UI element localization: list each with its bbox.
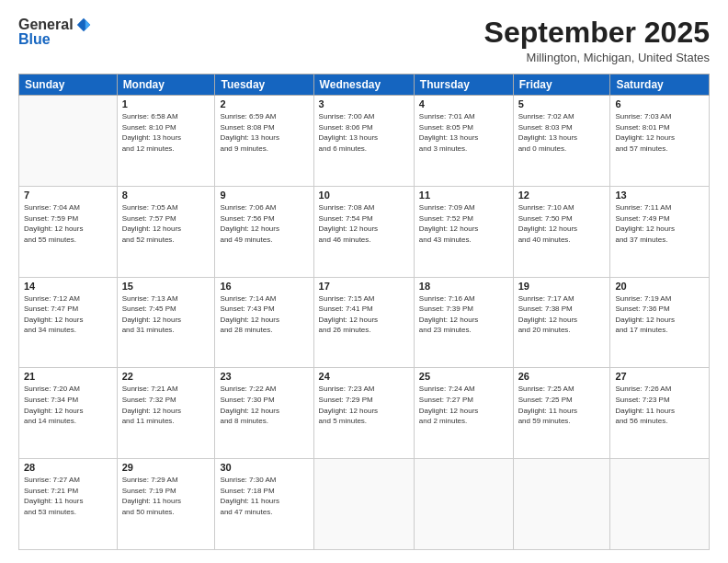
day-number: 11 [419, 190, 508, 201]
logo-icon [75, 17, 92, 33]
weekday-header-friday: Friday [513, 75, 610, 96]
day-info: Sunrise: 7:14 AM Sunset: 7:43 PM Dayligh… [220, 293, 308, 336]
calendar-cell: 15Sunrise: 7:13 AM Sunset: 7:45 PM Dayli… [117, 277, 215, 368]
day-info: Sunrise: 7:02 AM Sunset: 8:03 PM Dayligh… [518, 111, 606, 154]
calendar-cell: 8Sunrise: 7:05 AM Sunset: 7:57 PM Daylig… [117, 186, 215, 277]
weekday-header-sunday: Sunday [19, 75, 118, 96]
calendar-cell: 14Sunrise: 7:12 AM Sunset: 7:47 PM Dayli… [19, 277, 118, 368]
calendar-cell: 17Sunrise: 7:15 AM Sunset: 7:41 PM Dayli… [313, 277, 414, 368]
day-info: Sunrise: 7:13 AM Sunset: 7:45 PM Dayligh… [122, 293, 210, 336]
day-number: 8 [122, 190, 210, 201]
day-info: Sunrise: 7:23 AM Sunset: 7:29 PM Dayligh… [319, 384, 409, 426]
week-row-4: 21Sunrise: 7:20 AM Sunset: 7:34 PM Dayli… [19, 368, 710, 459]
calendar-cell: 4Sunrise: 7:01 AM Sunset: 8:05 PM Daylig… [414, 96, 513, 187]
calendar-cell: 22Sunrise: 7:21 AM Sunset: 7:32 PM Dayli… [117, 368, 215, 459]
day-info: Sunrise: 7:09 AM Sunset: 7:52 PM Dayligh… [419, 202, 508, 245]
day-number: 21 [24, 371, 112, 382]
day-info: Sunrise: 6:59 AM Sunset: 8:08 PM Dayligh… [220, 111, 308, 154]
day-info: Sunrise: 7:06 AM Sunset: 7:56 PM Dayligh… [220, 202, 308, 245]
day-info: Sunrise: 7:29 AM Sunset: 7:19 PM Dayligh… [122, 475, 210, 517]
weekday-header-monday: Monday [117, 75, 215, 96]
day-number: 16 [220, 281, 308, 292]
calendar-cell: 7Sunrise: 7:04 AM Sunset: 7:59 PM Daylig… [19, 186, 118, 277]
day-number: 19 [518, 281, 606, 292]
day-info: Sunrise: 7:04 AM Sunset: 7:59 PM Dayligh… [24, 202, 112, 245]
day-info: Sunrise: 7:22 AM Sunset: 7:30 PM Dayligh… [220, 384, 308, 426]
day-number: 2 [220, 98, 308, 109]
day-number: 3 [319, 98, 409, 109]
day-info: Sunrise: 7:01 AM Sunset: 8:05 PM Dayligh… [419, 111, 508, 154]
calendar-cell: 9Sunrise: 7:06 AM Sunset: 7:56 PM Daylig… [215, 186, 313, 277]
calendar-cell: 30Sunrise: 7:30 AM Sunset: 7:18 PM Dayli… [215, 459, 313, 550]
calendar-cell [610, 459, 710, 550]
day-number: 26 [518, 371, 606, 382]
day-number: 18 [419, 281, 508, 292]
weekday-header-thursday: Thursday [414, 75, 513, 96]
calendar-cell: 28Sunrise: 7:27 AM Sunset: 7:21 PM Dayli… [19, 459, 118, 550]
day-number: 24 [319, 371, 409, 382]
logo: General Blue [18, 17, 92, 48]
day-number: 28 [24, 462, 112, 473]
day-number: 7 [24, 190, 112, 201]
day-number: 22 [122, 371, 210, 382]
day-info: Sunrise: 7:11 AM Sunset: 7:49 PM Dayligh… [615, 202, 704, 245]
calendar-cell [313, 459, 414, 550]
calendar-cell: 10Sunrise: 7:08 AM Sunset: 7:54 PM Dayli… [313, 186, 414, 277]
title-block: September 2025 Millington, Michigan, Uni… [484, 17, 710, 64]
day-info: Sunrise: 7:10 AM Sunset: 7:50 PM Dayligh… [518, 202, 606, 245]
day-number: 23 [220, 371, 308, 382]
calendar-cell: 23Sunrise: 7:22 AM Sunset: 7:30 PM Dayli… [215, 368, 313, 459]
day-info: Sunrise: 7:27 AM Sunset: 7:21 PM Dayligh… [24, 475, 112, 517]
day-info: Sunrise: 7:20 AM Sunset: 7:34 PM Dayligh… [24, 384, 112, 426]
week-row-5: 28Sunrise: 7:27 AM Sunset: 7:21 PM Dayli… [19, 459, 710, 550]
calendar-cell: 11Sunrise: 7:09 AM Sunset: 7:52 PM Dayli… [414, 186, 513, 277]
calendar-cell: 26Sunrise: 7:25 AM Sunset: 7:25 PM Dayli… [513, 368, 610, 459]
day-info: Sunrise: 7:26 AM Sunset: 7:23 PM Dayligh… [615, 384, 704, 426]
calendar-cell [414, 459, 513, 550]
calendar-cell: 27Sunrise: 7:26 AM Sunset: 7:23 PM Dayli… [610, 368, 710, 459]
day-number: 10 [319, 190, 409, 201]
weekday-header-tuesday: Tuesday [215, 75, 313, 96]
calendar-cell [513, 459, 610, 550]
day-number: 27 [615, 371, 704, 382]
day-info: Sunrise: 6:58 AM Sunset: 8:10 PM Dayligh… [122, 111, 210, 154]
calendar-cell: 3Sunrise: 7:00 AM Sunset: 8:06 PM Daylig… [313, 96, 414, 187]
day-number: 4 [419, 98, 508, 109]
day-number: 25 [419, 371, 508, 382]
calendar-table: SundayMondayTuesdayWednesdayThursdayFrid… [18, 74, 710, 550]
day-number: 1 [122, 98, 210, 109]
day-number: 9 [220, 190, 308, 201]
calendar-cell: 18Sunrise: 7:16 AM Sunset: 7:39 PM Dayli… [414, 277, 513, 368]
calendar-cell: 13Sunrise: 7:11 AM Sunset: 7:49 PM Dayli… [610, 186, 710, 277]
calendar-cell: 12Sunrise: 7:10 AM Sunset: 7:50 PM Dayli… [513, 186, 610, 277]
calendar-cell: 29Sunrise: 7:29 AM Sunset: 7:19 PM Dayli… [117, 459, 215, 550]
weekday-header-wednesday: Wednesday [313, 75, 414, 96]
weekday-header-saturday: Saturday [610, 75, 710, 96]
calendar-cell: 21Sunrise: 7:20 AM Sunset: 7:34 PM Dayli… [19, 368, 118, 459]
day-number: 20 [615, 281, 704, 292]
day-info: Sunrise: 7:24 AM Sunset: 7:27 PM Dayligh… [419, 384, 508, 426]
week-row-1: 1Sunrise: 6:58 AM Sunset: 8:10 PM Daylig… [19, 96, 710, 187]
day-info: Sunrise: 7:30 AM Sunset: 7:18 PM Dayligh… [220, 475, 308, 517]
week-row-2: 7Sunrise: 7:04 AM Sunset: 7:59 PM Daylig… [19, 186, 710, 277]
header: General Blue September 2025 Millington, … [18, 17, 710, 64]
day-number: 14 [24, 281, 112, 292]
day-info: Sunrise: 7:19 AM Sunset: 7:36 PM Dayligh… [615, 293, 704, 336]
calendar-cell: 25Sunrise: 7:24 AM Sunset: 7:27 PM Dayli… [414, 368, 513, 459]
day-info: Sunrise: 7:12 AM Sunset: 7:47 PM Dayligh… [24, 293, 112, 336]
day-number: 15 [122, 281, 210, 292]
day-info: Sunrise: 7:15 AM Sunset: 7:41 PM Dayligh… [319, 293, 409, 336]
day-number: 5 [518, 98, 606, 109]
week-row-3: 14Sunrise: 7:12 AM Sunset: 7:47 PM Dayli… [19, 277, 710, 368]
day-info: Sunrise: 7:17 AM Sunset: 7:38 PM Dayligh… [518, 293, 606, 336]
day-info: Sunrise: 7:16 AM Sunset: 7:39 PM Dayligh… [419, 293, 508, 336]
day-number: 17 [319, 281, 409, 292]
day-info: Sunrise: 7:25 AM Sunset: 7:25 PM Dayligh… [518, 384, 606, 426]
calendar-cell: 2Sunrise: 6:59 AM Sunset: 8:08 PM Daylig… [215, 96, 313, 187]
month-title: September 2025 [484, 17, 710, 49]
day-number: 12 [518, 190, 606, 201]
day-number: 6 [615, 98, 704, 109]
svg-marker-1 [85, 20, 89, 30]
calendar-cell [19, 96, 118, 187]
day-info: Sunrise: 7:21 AM Sunset: 7:32 PM Dayligh… [122, 384, 210, 426]
